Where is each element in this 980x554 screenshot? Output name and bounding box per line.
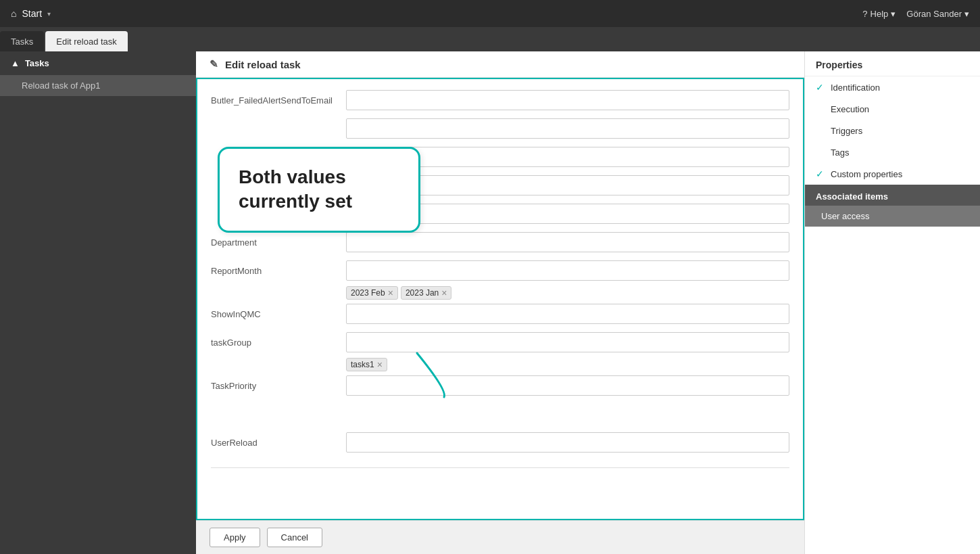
form-wrapper: Both values currently set Butler_FailedA… <box>196 78 804 520</box>
assoc-item-user-access[interactable]: User access <box>805 206 980 227</box>
remove-tag-tasks1[interactable]: × <box>377 360 383 369</box>
props-item-tags[interactable]: ✓ Tags <box>805 141 980 163</box>
page-title: Edit reload task <box>225 59 301 70</box>
input-area-show-in-qmc <box>346 304 789 324</box>
label-show-in-qmc: ShowInQMC <box>211 304 346 319</box>
user-dropdown-icon: ▾ <box>964 9 969 19</box>
props-label-custom-properties: Custom properties <box>831 169 902 179</box>
props-item-identification[interactable]: ✓ Identification <box>805 76 980 98</box>
input-area-field2 <box>346 118 789 139</box>
properties-section: ✓ Identification ✓ Execution ✓ Triggers … <box>805 76 980 185</box>
remove-tag-2023-feb[interactable]: × <box>388 288 393 298</box>
footer-bar: Apply Cancel <box>196 520 804 554</box>
help-button[interactable]: ? Help ▾ <box>862 9 896 19</box>
task-group-tags-container: tasks1 × <box>346 355 387 371</box>
props-label-identification: Identification <box>831 83 880 93</box>
help-circle-icon: ? <box>862 9 867 19</box>
start-label[interactable]: Start <box>22 8 42 19</box>
props-item-execution[interactable]: ✓ Execution <box>805 98 980 120</box>
input-department[interactable] <box>346 232 789 252</box>
input-area-user-reload <box>346 432 789 453</box>
form-divider <box>211 467 789 468</box>
form-row-task-priority: TaskPriority <box>211 375 789 400</box>
task-group-top: taskGroup <box>211 332 789 352</box>
user-name-label: Göran Sander <box>906 9 962 19</box>
tag-label-2023-feb: 2023 Feb <box>351 288 385 298</box>
input-task-group[interactable] <box>346 332 789 352</box>
report-month-tags-container: 2023 Feb × 2023 Jan × <box>346 283 451 300</box>
props-label-triggers: Triggers <box>831 126 862 136</box>
speech-bubble: Both values currently set <box>218 147 420 233</box>
tag-label-2023-jan: 2023 Jan <box>406 288 439 298</box>
content-area: ✎ Edit reload task Both values currently… <box>196 51 804 554</box>
properties-header: Properties <box>805 51 980 76</box>
input-area-report-month <box>346 260 789 281</box>
apply-button[interactable]: Apply <box>210 528 260 547</box>
label-empty <box>211 404 346 409</box>
sidebar-collapse-icon: ▲ <box>11 58 20 68</box>
report-month-tags: 2023 Feb × 2023 Jan × <box>346 286 451 300</box>
remove-tag-2023-jan[interactable]: × <box>441 288 447 298</box>
props-label-tags: Tags <box>831 147 849 158</box>
report-month-top: ReportMonth <box>211 260 789 281</box>
input-field2[interactable] <box>346 118 789 139</box>
tab-bar: Tasks Edit reload task <box>0 27 980 51</box>
associated-items-header: Associated items <box>805 185 980 206</box>
props-label-execution: Execution <box>831 104 869 114</box>
tag-chip-tasks1: tasks1 × <box>346 358 387 371</box>
top-bar: ⌂ Start ▾ ? Help ▾ Göran Sander ▾ <box>0 0 980 27</box>
form-row-department: Department <box>211 232 789 256</box>
form-row-show-in-qmc: ShowInQMC <box>211 304 789 328</box>
check-icon-identification: ✓ <box>816 82 827 93</box>
label-user-reload: UserReload <box>211 432 346 448</box>
cancel-button[interactable]: Cancel <box>267 528 322 547</box>
help-dropdown-icon: ▾ <box>891 9 896 19</box>
speech-bubble-text: Both values currently set <box>239 165 399 214</box>
input-area-department <box>346 232 789 252</box>
form-row-report-month: ReportMonth 2023 Feb × 2023 Jan <box>211 260 789 300</box>
form-row-butler-failed: Butler_FailedAlertSendToEmail <box>211 90 789 114</box>
props-item-triggers[interactable]: ✓ Triggers <box>805 120 980 141</box>
sidebar-item-reload-task[interactable]: Reload task of App1 <box>0 75 196 96</box>
tag-label-tasks1: tasks1 <box>351 360 374 369</box>
start-dropdown-icon[interactable]: ▾ <box>47 10 51 18</box>
page-header: ✎ Edit reload task <box>196 51 804 78</box>
tag-chip-2023-feb: 2023 Feb × <box>346 286 398 300</box>
home-icon: ⌂ <box>11 8 16 19</box>
user-menu-button[interactable]: Göran Sander ▾ <box>906 9 969 19</box>
input-show-in-qmc[interactable] <box>346 304 789 324</box>
input-task-priority[interactable] <box>346 375 789 396</box>
task-group-tags: tasks1 × <box>346 358 387 371</box>
label-task-group: taskGroup <box>211 332 346 352</box>
sidebar: ▲ Tasks Reload task of App1 <box>0 51 196 554</box>
form-row-user-reload: UserReload <box>211 432 789 457</box>
label-field2 <box>211 118 346 124</box>
input-butler-failed[interactable] <box>346 90 789 110</box>
input-user-reload[interactable] <box>346 432 789 453</box>
top-bar-left: ⌂ Start ▾ <box>11 8 51 19</box>
label-butler-failed: Butler_FailedAlertSendToEmail <box>211 90 346 106</box>
input-area-task-group <box>346 332 789 352</box>
label-task-priority: TaskPriority <box>211 375 346 391</box>
props-item-custom-properties[interactable]: ✓ Custom properties <box>805 163 980 185</box>
sidebar-section-tasks[interactable]: ▲ Tasks <box>0 51 196 75</box>
check-icon-custom-properties: ✓ <box>816 168 827 179</box>
tab-tasks[interactable]: Tasks <box>0 31 44 51</box>
properties-panel: Properties ✓ Identification ✓ Execution … <box>804 51 980 554</box>
tab-edit-reload[interactable]: Edit reload task <box>45 31 128 51</box>
input-report-month[interactable] <box>346 260 789 281</box>
input-area-task-priority <box>346 375 789 396</box>
sidebar-section-label: Tasks <box>25 58 49 68</box>
form-content: Butler_FailedAlertSendToEmail <box>197 79 803 490</box>
edit-icon: ✎ <box>210 58 218 70</box>
label-department: Department <box>211 232 346 248</box>
label-report-month: ReportMonth <box>211 260 346 281</box>
help-label: Help <box>871 9 889 19</box>
top-bar-right: ? Help ▾ Göran Sander ▾ <box>862 9 969 19</box>
main-layout: ▲ Tasks Reload task of App1 ✎ Edit reloa… <box>0 51 980 554</box>
input-area-butler-failed <box>346 90 789 110</box>
tag-chip-2023-jan: 2023 Jan × <box>401 286 452 300</box>
form-row-field2 <box>211 118 789 143</box>
form-row-task-group: taskGroup tasks1 × <box>211 332 789 371</box>
form-row-empty <box>211 404 789 428</box>
